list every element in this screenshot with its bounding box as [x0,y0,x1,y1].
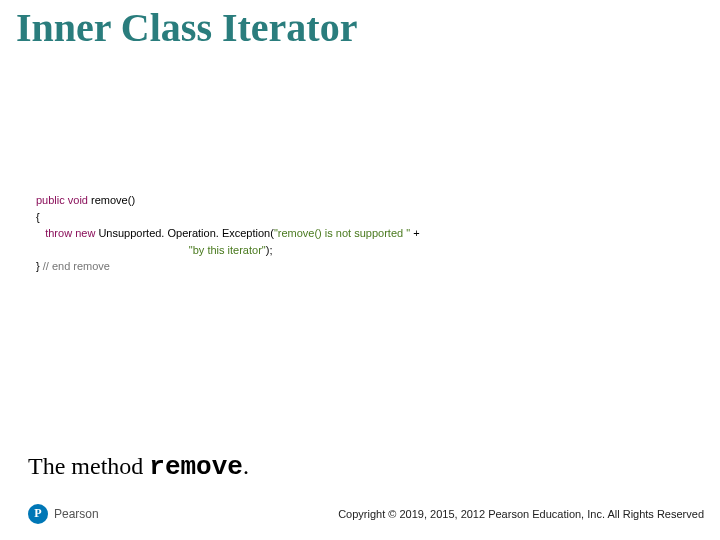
pearson-logo-icon [28,504,48,524]
keyword-void: void [68,194,88,206]
code-text: } [36,260,43,272]
keyword-throw: throw [45,227,72,239]
brand-name: Pearson [54,507,99,521]
slide-title: Inner Class Iterator [16,4,357,51]
string-literal: "remove() is not supported " [274,227,410,239]
keyword-public: public [36,194,65,206]
slide: Inner Class Iterator public void remove(… [0,0,720,540]
code-text: Unsupported. Operation. Exception( [95,227,274,239]
code-text: ); [266,244,273,256]
code-text [36,227,45,239]
keyword-new: new [75,227,95,239]
code-text: + [410,227,419,239]
code-text [36,244,189,256]
caption-prefix: The method [28,453,149,479]
code-block: public void remove() { throw new Unsuppo… [36,192,684,275]
code-comment: // end remove [43,260,110,272]
code-text: { [36,211,40,223]
code-text: remove() [88,194,135,206]
brand: Pearson [28,504,99,524]
copyright-text: Copyright © 2019, 2015, 2012 Pearson Edu… [338,508,704,520]
caption-suffix: . [243,453,249,479]
caption: The method remove. [28,452,249,482]
caption-method-name: remove [149,452,243,482]
footer: Pearson Copyright © 2019, 2015, 2012 Pea… [28,504,704,524]
string-literal: "by this iterator" [189,244,266,256]
